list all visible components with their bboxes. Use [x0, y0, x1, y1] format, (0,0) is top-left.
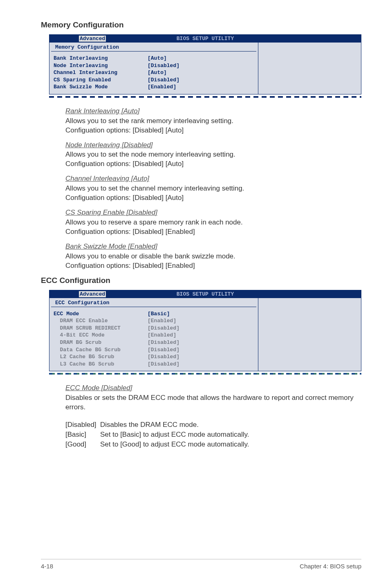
setting-item-line: Configuation options: [Disabled] [Enable…	[65, 261, 361, 271]
option-value: Set to [Basic] to adjust ECC mode automa…	[100, 430, 249, 440]
setting-item-title: Channel Interleaving [Auto]	[65, 174, 361, 184]
option-row: [Good]Set to [Good] to adjust ECC mode a…	[65, 440, 361, 449]
setting-item-line: Configuation options: [Disabled] [Enable…	[65, 227, 361, 237]
bios-setting-row: Bank Interleaving[Auto]	[54, 55, 254, 62]
option-key: [Good]	[65, 440, 100, 449]
setting-item-line: Allows you to set the node memory interl…	[65, 150, 361, 159]
setting-item-title: CS Sparing Enable [Disabled]	[65, 208, 361, 218]
bios-setting-value: [Disabled]	[148, 346, 179, 354]
bios-setting-row: DRAM SCRUB REDIRECT[Disabled]	[54, 325, 254, 332]
bios-setting-value: [Disabled]	[148, 76, 179, 84]
bios-tab-advanced: Advanced	[79, 36, 106, 42]
bios-setting-key: DRAM BG Scrub	[54, 339, 148, 346]
bios-setting-row: L2 Cache BG Scrub[Disabled]	[54, 353, 254, 361]
setting-item-line: Allows you to set the rank memory interl…	[65, 117, 361, 126]
bios-tab-advanced: Advanced	[79, 291, 106, 297]
bios-setting-row: Channel Interleaving[Auto]	[54, 69, 254, 76]
setting-item-title: Node Interleaving [Disabled]	[65, 141, 361, 150]
bios-setting-key: 4-Bit ECC Mode	[54, 332, 148, 339]
bios-setting-key: CS Sparing Enabled	[54, 76, 148, 84]
option-row: [Basic]Set to [Basic] to adjust ECC mode…	[65, 430, 361, 440]
setting-item-title: ECC Mode [Disabled]	[65, 384, 361, 393]
footer-page-number: 4-18	[41, 563, 53, 570]
setting-item-line: Configuation options: [Disabled] [Auto]	[65, 193, 361, 203]
bios-setting-key: DRAM ECC Enable	[54, 317, 148, 325]
page-footer: 4-18 Chapter 4: BIOS setup	[41, 559, 361, 570]
bios-setting-key: Node Interleaving	[54, 62, 148, 70]
bios-panel-memory: BIOS SETUP UTILITY Advanced Memory Confi…	[49, 34, 361, 94]
bios-setting-value: [Auto]	[148, 55, 167, 62]
bios-setting-key: ECC Mode	[54, 310, 148, 318]
setting-item-line: Disables or sets the DRAM ECC mode that …	[65, 393, 361, 412]
setting-description: Rank Interleaving [Auto]Allows you to se…	[65, 107, 361, 135]
bios-setting-row: Bank Swizzle Mode[Enabled]	[54, 83, 254, 91]
footer-chapter: Chapter 4: BIOS setup	[300, 563, 361, 570]
setting-item-line: Allows you to enable or disable the bank…	[65, 252, 361, 261]
setting-description: ECC Mode [Disabled]Disables or sets the …	[65, 384, 361, 412]
separator	[49, 96, 361, 98]
bios-setting-value: [Disabled]	[148, 353, 179, 361]
setting-item-line: Allows you to reserve a spare memory ran…	[65, 218, 361, 227]
bios-subheader: ECC Configuration	[51, 298, 256, 307]
option-value: Set to [Good] to adjust ECC mode automat…	[100, 440, 249, 449]
option-key: [Basic]	[65, 430, 100, 440]
option-key: [Disabled]	[65, 420, 100, 430]
section-title-ecc: ECC Configuration	[41, 276, 361, 285]
bios-header: BIOS SETUP UTILITY Advanced	[49, 290, 361, 298]
setting-item-title: Bank Swizzle Mode [Enabled]	[65, 242, 361, 251]
bios-header-text: BIOS SETUP UTILITY	[177, 36, 234, 42]
option-value: Disables the DRAM ECC mode.	[100, 420, 199, 430]
bios-setting-value: [Enabled]	[148, 332, 176, 339]
bios-panel-ecc: BIOS SETUP UTILITY Advanced ECC Configur…	[49, 290, 361, 371]
bios-setting-key: Data Cache BG Scrub	[54, 346, 148, 354]
bios-setting-value: [Auto]	[148, 69, 167, 76]
bios-setting-row: 4-Bit ECC Mode[Enabled]	[54, 332, 254, 339]
setting-description: Node Interleaving [Disabled]Allows you t…	[65, 141, 361, 169]
bios-subheader: Memory Configuration	[51, 43, 256, 52]
bios-setting-row: DRAM BG Scrub[Disabled]	[54, 339, 254, 346]
separator	[49, 373, 361, 375]
bios-setting-value: [Basic]	[148, 310, 170, 318]
section-title-memory: Memory Configuration	[41, 20, 361, 29]
setting-item-line: Configuation options: [Disabled] [Auto]	[65, 126, 361, 135]
bios-header-text: BIOS SETUP UTILITY	[177, 291, 234, 297]
bios-header: BIOS SETUP UTILITY Advanced	[49, 35, 361, 43]
bios-setting-value: [Disabled]	[148, 325, 179, 332]
bios-setting-row: Node Interleaving[Disabled]	[54, 62, 254, 70]
setting-description: Channel Interleaving [Auto]Allows you to…	[65, 174, 361, 203]
bios-setting-key: DRAM SCRUB REDIRECT	[54, 325, 148, 332]
setting-item-title: Rank Interleaving [Auto]	[65, 107, 361, 116]
bios-setting-value: [Enabled]	[148, 317, 176, 325]
bios-setting-key: L2 Cache BG Scrub	[54, 353, 148, 361]
setting-description: CS Sparing Enable [Disabled]Allows you t…	[65, 208, 361, 237]
bios-setting-row: DRAM ECC Enable[Enabled]	[54, 317, 254, 325]
bios-setting-value: [Disabled]	[148, 361, 179, 368]
bios-setting-row: Data Cache BG Scrub[Disabled]	[54, 346, 254, 354]
setting-item-line: Allows you to set the channel memory int…	[65, 184, 361, 193]
bios-setting-key: L3 Cache BG Scrub	[54, 361, 148, 368]
option-row: [Disabled]Disables the DRAM ECC mode.	[65, 420, 361, 430]
bios-setting-value: [Disabled]	[148, 339, 179, 346]
bios-setting-key: Bank Swizzle Mode	[54, 83, 148, 91]
bios-setting-row: ECC Mode[Basic]	[54, 310, 254, 318]
bios-setting-value: [Disabled]	[148, 62, 179, 70]
bios-setting-value: [Enabled]	[148, 83, 176, 91]
bios-setting-row: CS Sparing Enabled[Disabled]	[54, 76, 254, 84]
bios-setting-key: Channel Interleaving	[54, 69, 148, 76]
setting-item-line: Configuation options: [Disabled] [Auto]	[65, 159, 361, 169]
bios-setting-row: L3 Cache BG Scrub[Disabled]	[54, 361, 254, 368]
bios-setting-key: Bank Interleaving	[54, 55, 148, 62]
setting-description: Bank Swizzle Mode [Enabled]Allows you to…	[65, 242, 361, 271]
